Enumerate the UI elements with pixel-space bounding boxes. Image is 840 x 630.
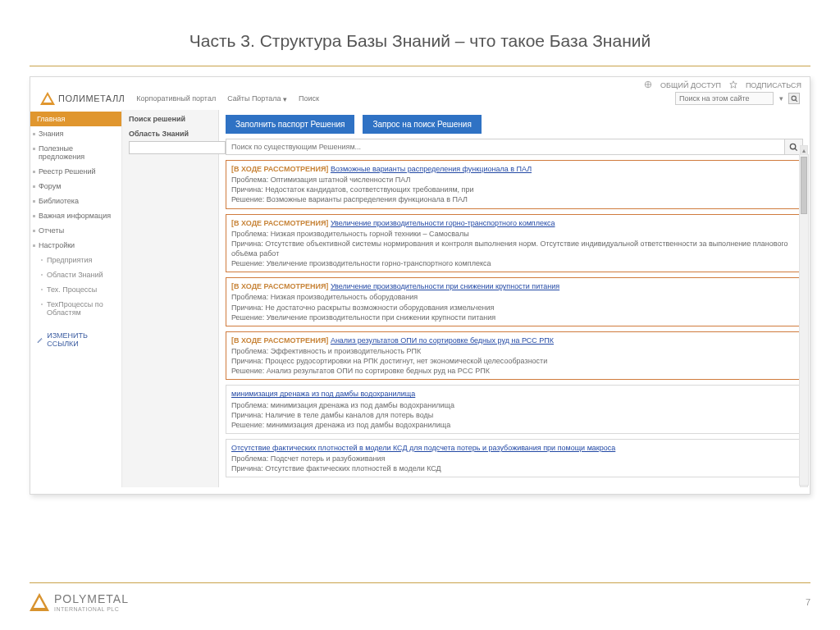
- solution-card: минимизация дренажа из под дамбы водохра…: [226, 385, 803, 434]
- solution-title-link[interactable]: Анализ результатов ОПИ по сортировке бед…: [331, 336, 554, 345]
- value-problem: Низкая производительность оборудования: [271, 293, 418, 301]
- svg-point-2: [792, 96, 796, 100]
- share-label[interactable]: ОБЩИЙ ДОСТУП: [660, 81, 721, 89]
- solution-title-link[interactable]: минимизация дренажа из под дамбы водохра…: [231, 390, 415, 398]
- solution-title-link[interactable]: Возможные варианты распределения функцио…: [331, 165, 532, 173]
- value-solution: Увеличение производительности горно-тран…: [267, 259, 491, 267]
- pencil-icon: [37, 336, 43, 344]
- logo-text: ПОЛИМЕТАЛЛ: [58, 94, 125, 103]
- divider-top: [30, 66, 810, 66]
- filter-field-label: Область Знаний: [129, 130, 212, 138]
- svg-line-5: [795, 148, 797, 150]
- value-problem: минимизация дренажа из под дамбы водохра…: [271, 401, 454, 409]
- label-problem: Проблема:: [231, 293, 268, 301]
- label-problem: Проблема:: [231, 401, 268, 409]
- label-problem: Проблема:: [231, 454, 268, 463]
- site-search-input[interactable]: [675, 92, 774, 105]
- status-tag: [В ХОДЕ РАССМОТРЕНИЯ]: [231, 336, 328, 345]
- label-solution: Решение:: [231, 195, 264, 203]
- solutions-searchbar: [226, 139, 803, 155]
- solution-title-link[interactable]: Увеличение производительности горно-тран…: [331, 219, 555, 227]
- footer-logo-text: POLYMETAL: [54, 592, 129, 605]
- value-reason: Не достаточно раскрыты возможности обору…: [265, 304, 494, 312]
- sidebar-item-forum[interactable]: Форум: [30, 179, 121, 194]
- solution-card: [В ХОДЕ РАССМОТРЕНИЯ] Увеличение произво…: [226, 214, 803, 273]
- scroll-thumb[interactable]: [801, 157, 807, 214]
- nav-sites-label: Сайты Портала: [227, 94, 281, 103]
- sidebar-item-reestr[interactable]: Реестр Решений: [30, 164, 121, 179]
- label-solution: Решение:: [231, 313, 264, 322]
- search-scope-dropdown[interactable]: ▾: [777, 93, 785, 104]
- sidebar-sub-areas[interactable]: Области Знаний: [30, 267, 121, 282]
- subscribe-label[interactable]: ПОДПИСАТЬСЯ: [746, 81, 801, 89]
- value-solution: Увеличение производительности при снижен…: [267, 313, 495, 322]
- sidebar-item-home[interactable]: Главная: [30, 112, 121, 126]
- sidebar-sub-enterprises[interactable]: Предприятия: [30, 253, 121, 267]
- scrollbar[interactable]: ▴ ▾: [799, 154, 809, 486]
- sidebar-item-important[interactable]: Важная информация: [30, 208, 121, 223]
- value-reason: Наличие в теле дамбы каналов для потерь …: [265, 411, 433, 419]
- sidebar-sub-proc-areas[interactable]: ТехПроцессы по Областям: [30, 297, 121, 320]
- site-search-go[interactable]: [788, 93, 800, 104]
- logo-icon: [40, 92, 55, 105]
- area-input[interactable]: [129, 141, 226, 154]
- sidebar-sub-processes[interactable]: Тех. Процессы: [30, 282, 121, 297]
- value-problem: Эффективность и производительность РПК: [271, 347, 422, 355]
- solution-title-link[interactable]: Увеличение производительности при снижен…: [331, 282, 559, 290]
- share-icon[interactable]: [644, 80, 652, 90]
- scroll-up-icon[interactable]: ▴: [800, 145, 808, 155]
- status-tag: [В ХОДЕ РАССМОТРЕНИЯ]: [231, 282, 328, 290]
- label-reason: Причина:: [231, 464, 263, 472]
- label-problem: Проблема:: [231, 230, 268, 238]
- value-problem: Оптимизация штатной численности ПАЛ: [271, 176, 411, 184]
- value-reason: Процесс рудосортировки на РПК достигнут,…: [265, 357, 547, 365]
- request-search-button[interactable]: Запрос на поиск Решения: [363, 115, 481, 134]
- value-solution: Возможные варианты распределения функцио…: [267, 195, 468, 203]
- solution-title-link[interactable]: Отсутствие фактических плотностей в моде…: [231, 444, 615, 452]
- sidebar-item-settings[interactable]: Настройки: [30, 238, 121, 253]
- solutions-search-input[interactable]: [226, 139, 785, 155]
- sidebar-item-znaniya[interactable]: Знания: [30, 126, 121, 141]
- slide-footer: POLYMETAL INTERNATIONAL PLC 7: [30, 582, 810, 612]
- nav-corporate[interactable]: Корпоративный портал: [136, 94, 216, 103]
- page-number: 7: [806, 597, 810, 607]
- value-reason: Недостаток кандидатов, соответствующих т…: [265, 185, 473, 194]
- value-problem: Низкая производительность горной техники…: [271, 230, 469, 238]
- label-solution: Решение:: [231, 367, 264, 375]
- footer-logo-icon: [30, 593, 49, 611]
- search-icon: [789, 143, 798, 152]
- logo[interactable]: ПОЛИМЕТАЛЛ: [40, 92, 125, 105]
- value-reason: Отсутствие объективной системы нормирова…: [231, 240, 788, 258]
- star-icon[interactable]: [729, 80, 737, 90]
- nav-sites[interactable]: Сайты Портала ▾: [227, 94, 287, 103]
- app-window: ОБЩИЙ ДОСТУП ПОДПИСАТЬСЯ ПОЛИМЕТАЛЛ Корп…: [30, 76, 810, 495]
- nav-search[interactable]: Поиск: [299, 94, 319, 103]
- value-problem: Подсчет потерь и разубоживания: [271, 454, 386, 463]
- app-body: Главная Знания Полезные предложения Реес…: [30, 110, 810, 487]
- label-reason: Причина:: [231, 357, 263, 365]
- sidebar-item-library[interactable]: Библиотека: [30, 194, 121, 208]
- label-reason: Причина:: [231, 411, 263, 419]
- svg-line-3: [795, 99, 797, 101]
- value-reason: Отсутствие фактических плотностей в моде…: [265, 464, 441, 472]
- label-reason: Причина:: [231, 185, 263, 194]
- label-problem: Проблема:: [231, 347, 268, 355]
- filter-pane: Поиск решений Область Знаний ▾: [122, 110, 219, 487]
- chevron-down-icon: ▾: [283, 95, 287, 103]
- label-solution: Решение:: [231, 421, 264, 429]
- scroll-down-icon[interactable]: ▾: [800, 485, 808, 487]
- main-content: Заполнить паспорт Решения Запрос на поис…: [219, 110, 810, 487]
- label-reason: Причина:: [231, 240, 263, 248]
- value-solution: минимизация дренажа из под дамбы водохра…: [267, 421, 450, 429]
- sidebar-item-proposals[interactable]: Полезные предложения: [30, 141, 121, 164]
- status-tag: [В ХОДЕ РАССМОТРЕНИЯ]: [231, 165, 328, 173]
- fill-passport-button[interactable]: Заполнить паспорт Решения: [226, 115, 354, 134]
- page-top-actions: ОБЩИЙ ДОСТУП ПОДПИСАТЬСЯ: [644, 80, 801, 90]
- status-tag: [В ХОДЕ РАССМОТРЕНИЯ]: [231, 219, 328, 227]
- label-solution: Решение:: [231, 259, 264, 267]
- sidebar-item-reports[interactable]: Отчеты: [30, 223, 121, 238]
- footer-logo-sub: INTERNATIONAL PLC: [54, 606, 129, 612]
- label-problem: Проблема:: [231, 176, 268, 184]
- edit-links[interactable]: ИЗМЕНИТЬ ССЫЛКИ: [30, 328, 121, 351]
- slide-title: Часть 3. Структура Базы Знаний – что так…: [0, 0, 840, 66]
